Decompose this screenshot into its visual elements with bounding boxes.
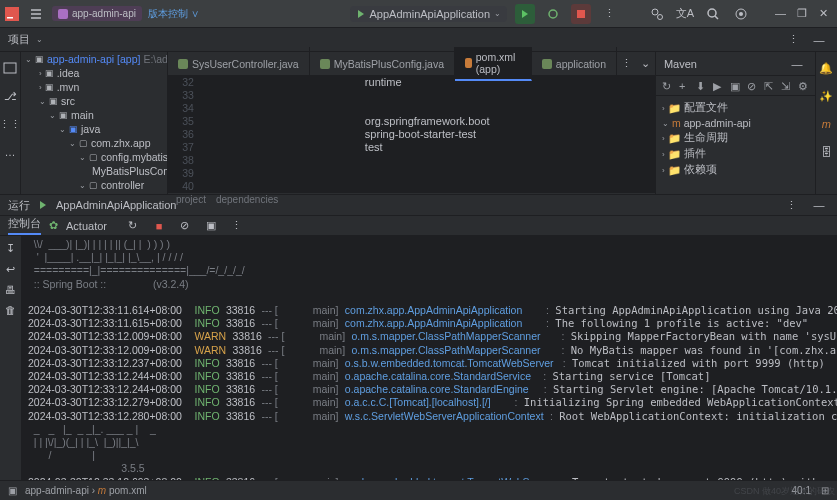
hide-icon[interactable]: — bbox=[787, 54, 807, 74]
code-with-me-icon[interactable] bbox=[647, 4, 667, 24]
debug-button[interactable] bbox=[543, 4, 563, 24]
minimize-button[interactable]: — bbox=[775, 7, 789, 21]
print-icon[interactable]: 🖶 bbox=[5, 284, 16, 296]
console-tabs: 控制台 ✿Actuator ↻ ■ ⊘ ▣ ⋮ bbox=[0, 216, 837, 236]
more-icon[interactable]: ⋮ bbox=[783, 30, 803, 50]
tab-console[interactable]: 控制台 bbox=[8, 216, 41, 235]
maven-node[interactable]: ›📁 依赖项 bbox=[662, 162, 809, 178]
tree-folder[interactable]: ⌄▣java bbox=[21, 122, 167, 136]
close-button[interactable]: ✕ bbox=[819, 7, 833, 21]
tree-label: controller bbox=[101, 179, 144, 191]
status-breadcrumb[interactable]: app-admin-api › m pom.xml bbox=[25, 485, 147, 496]
project-tree: ⌄▣app-admin-api [app] E:\admin_work\comp… bbox=[21, 52, 168, 194]
maven-tree: ›📁 配置文件 ⌄m app-admin-api ›📁 生命周期 ›📁 插件 ›… bbox=[656, 96, 815, 182]
commit-tool-icon[interactable]: ⎇ bbox=[0, 86, 20, 106]
tab-more-icon[interactable]: ⋮ bbox=[617, 54, 636, 74]
svg-point-5 bbox=[658, 14, 663, 19]
tree-label: MyBatisPlusConfig bbox=[92, 165, 168, 177]
tree-root[interactable]: ⌄▣app-admin-api [app] E:\admin_work\comp… bbox=[21, 52, 167, 66]
more-icon[interactable]: ⋮ bbox=[781, 195, 801, 215]
maven-label: 配置文件 bbox=[684, 101, 728, 115]
svg-point-6 bbox=[708, 9, 716, 17]
tree-package[interactable]: ⌄▢com.zhx.app bbox=[21, 136, 167, 150]
more-tool-icon[interactable]: … bbox=[0, 142, 20, 162]
breadcrumb-item[interactable]: dependencies bbox=[216, 194, 278, 205]
layout-icon[interactable]: ▣ bbox=[201, 216, 221, 236]
maven-label: 插件 bbox=[684, 147, 706, 161]
titlebar: app-admin-api 版本控制 ∨ AppAdminApiApplicat… bbox=[0, 0, 837, 28]
tree-label: config.mybatis bbox=[101, 151, 168, 163]
console-body: ↧ ↩ 🖶 🗑 \\/ ___)| |_)| | | | | || (_| | … bbox=[0, 236, 837, 500]
project-chip[interactable]: app-admin-api bbox=[52, 6, 142, 21]
maven-tool-icon[interactable]: m bbox=[816, 114, 836, 134]
more-icon[interactable]: ⋮ bbox=[227, 216, 247, 236]
hide-icon[interactable]: — bbox=[809, 30, 829, 50]
main-split: ⎇ ⋮⋮ … ⌄▣app-admin-api [app] E:\admin_wo… bbox=[0, 52, 837, 194]
maven-node[interactable]: ›📁 插件 bbox=[662, 146, 809, 162]
ai-icon[interactable]: ✨ bbox=[816, 86, 836, 106]
main-menu-icon[interactable] bbox=[26, 4, 46, 24]
settings-icon[interactable]: ⚙ bbox=[798, 80, 809, 92]
maven-label: 依赖项 bbox=[684, 163, 717, 177]
console-output[interactable]: \\/ ___)| |_)| | | | | || (_| | ) ) ) ) … bbox=[22, 236, 837, 500]
reload-icon[interactable]: ↻ bbox=[662, 80, 673, 92]
tab-actuator[interactable]: Actuator bbox=[66, 220, 107, 232]
svg-point-4 bbox=[652, 9, 658, 15]
collapse-icon[interactable]: ⇱ bbox=[764, 80, 775, 92]
tree-folder[interactable]: ⌄▣src bbox=[21, 94, 167, 108]
maven-panel: Maven — ↻ + ⬇ ▶ ▣ ⊘ ⇱ ⇲ ⚙ ›📁 配置文件 ⌄m app… bbox=[655, 52, 815, 194]
more-icon[interactable]: ⋮ bbox=[599, 4, 619, 24]
code-body[interactable]: runtime org.springframework.boot spring-… bbox=[200, 76, 655, 193]
maven-header: Maven — bbox=[656, 52, 815, 76]
tree-package[interactable]: ⌄▢config.mybatis bbox=[21, 150, 167, 164]
project-tool-label[interactable]: 项目 bbox=[8, 32, 30, 47]
run-config-name[interactable]: AppAdminApiApplication bbox=[56, 199, 176, 211]
tree-label: .mvn bbox=[57, 81, 80, 93]
run-config-selector[interactable]: AppAdminApiApplication⌄ bbox=[350, 6, 507, 22]
tree-folder[interactable]: ›▣.idea bbox=[21, 66, 167, 80]
maven-title: Maven bbox=[664, 58, 697, 70]
breadcrumb-item[interactable]: project bbox=[176, 194, 206, 205]
maven-node[interactable]: ›📁 生命周期 bbox=[662, 130, 809, 146]
vcs-dropdown[interactable]: 版本控制 ∨ bbox=[148, 7, 199, 21]
tree-label: src bbox=[61, 95, 75, 107]
tree-package[interactable]: ⌄▢controller bbox=[21, 178, 167, 192]
wrap-icon[interactable]: ↩ bbox=[6, 263, 15, 276]
translate-icon[interactable]: 文A bbox=[675, 4, 695, 24]
tree-folder[interactable]: ›▣.mvn bbox=[21, 80, 167, 94]
generate-icon[interactable]: + bbox=[679, 80, 690, 92]
run-button[interactable] bbox=[515, 4, 535, 24]
rerun-icon[interactable]: ↻ bbox=[123, 216, 143, 236]
chevron-down-icon[interactable]: ⌄ bbox=[36, 35, 43, 44]
search-icon[interactable] bbox=[703, 4, 723, 24]
clear-icon[interactable]: 🗑 bbox=[5, 304, 16, 316]
notifications-icon[interactable]: 🔔 bbox=[816, 58, 836, 78]
tree-folder[interactable]: ⌄▣main bbox=[21, 108, 167, 122]
restore-button[interactable]: ❐ bbox=[797, 7, 811, 21]
scroll-icon[interactable]: ↧ bbox=[6, 242, 15, 255]
maven-label: app-admin-api bbox=[684, 117, 751, 129]
stop-icon[interactable]: ■ bbox=[149, 216, 169, 236]
svg-rect-0 bbox=[5, 7, 19, 21]
skip-icon[interactable]: ⊘ bbox=[747, 80, 758, 92]
database-icon[interactable]: 🗄 bbox=[816, 142, 836, 162]
editor-gutter: 32 33 34 35 36 37 38 39 40 runtime org.s… bbox=[168, 76, 655, 193]
maven-node[interactable]: ›📁 配置文件 bbox=[662, 100, 809, 116]
svg-rect-9 bbox=[4, 63, 16, 73]
expand-icon[interactable]: ⇲ bbox=[781, 80, 792, 92]
structure-tool-icon[interactable]: ⋮⋮ bbox=[0, 114, 20, 134]
tab-dropdown-icon[interactable]: ⌄ bbox=[636, 54, 655, 74]
exit-icon[interactable]: ⊘ bbox=[175, 216, 195, 236]
maven-label: 生命周期 bbox=[684, 131, 728, 145]
tree-file[interactable]: MyBatisPlusConfig bbox=[21, 164, 167, 178]
maven-node[interactable]: ⌄m app-admin-api bbox=[662, 116, 809, 130]
project-tool-icon[interactable] bbox=[0, 58, 20, 78]
run-label: 运行 bbox=[8, 198, 30, 213]
run-icon[interactable]: ▶ bbox=[713, 80, 724, 92]
download-icon[interactable]: ⬇ bbox=[696, 80, 707, 92]
hide-icon[interactable]: — bbox=[809, 195, 829, 215]
settings-icon[interactable] bbox=[731, 4, 751, 24]
toggle-icon[interactable]: ▣ bbox=[730, 80, 741, 92]
stop-button[interactable] bbox=[571, 4, 591, 24]
tree-file[interactable]: SysUserController bbox=[21, 192, 167, 194]
